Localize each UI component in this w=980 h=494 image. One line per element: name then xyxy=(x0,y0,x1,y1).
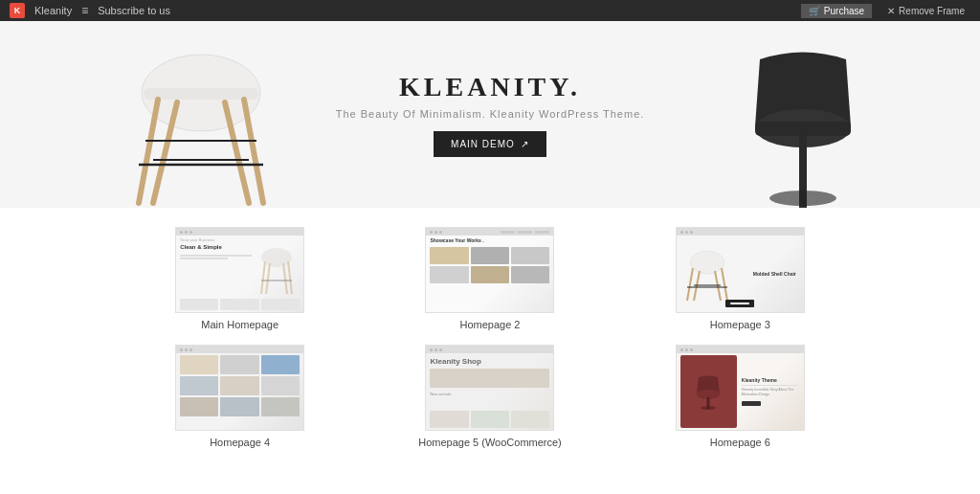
thumb-item-2[interactable]: Showcase Your Works . Homepage 2 xyxy=(374,227,605,330)
thumb-item-6[interactable]: Kleanity Theme Kleanity Incredible Story… xyxy=(625,345,856,448)
purchase-button[interactable]: 🛒 Purchase xyxy=(801,4,872,18)
svg-point-13 xyxy=(261,248,292,267)
thumb-label-5: Homepage 5 (WooCommerce) xyxy=(418,437,562,448)
thumb-label-3: Homepage 3 xyxy=(710,319,770,330)
svg-point-28 xyxy=(701,406,716,410)
topbar-left: K Kleanity ≡ Subscribe to us xyxy=(10,3,170,18)
svg-line-15 xyxy=(288,261,292,294)
svg-line-16 xyxy=(266,263,270,294)
thumb-item-4[interactable]: Homepage 4 xyxy=(124,345,355,448)
svg-line-17 xyxy=(283,263,287,294)
main-demo-button[interactable]: MAIN DEMO ↗ xyxy=(434,131,546,157)
svg-point-19 xyxy=(690,251,724,274)
topbar: K Kleanity ≡ Subscribe to us 🛒 Purchase … xyxy=(0,0,980,21)
thumb-img-1[interactable]: Grow your Business Clean & Simple xyxy=(175,227,304,313)
thumb-label-2: Homepage 2 xyxy=(459,319,520,330)
t5-arrival-text: New arrivals xyxy=(430,392,451,396)
thumb-item-3[interactable]: Molded Shell Chair Homepage 3 xyxy=(625,227,856,330)
thumb-img-3[interactable]: Molded Shell Chair xyxy=(676,227,805,313)
thumb-label-4: Homepage 4 xyxy=(210,437,270,448)
remove-frame-button[interactable]: ✕ Remove Frame xyxy=(881,4,970,18)
svg-line-14 xyxy=(261,261,265,294)
topbar-brand: Kleanity xyxy=(34,5,72,16)
t5-shop-name: Kleanity Shop xyxy=(430,357,480,366)
thumb-img-4[interactable] xyxy=(175,345,304,431)
thumb-img-2[interactable]: Showcase Your Works . xyxy=(425,227,554,313)
svg-line-21 xyxy=(722,268,727,301)
topbar-hamburger-icon[interactable]: ≡ xyxy=(81,4,88,17)
t3-product-name: Molded Shell Chair xyxy=(742,271,800,277)
hero-title: KLEANITY. xyxy=(336,72,645,102)
thumb-img-5[interactable]: Kleanity Shop New arrivals xyxy=(425,345,554,431)
t6-desc: Kleanity Incredible Story About The Mini… xyxy=(742,388,798,397)
svg-point-12 xyxy=(769,191,836,206)
hero-left-chair xyxy=(124,40,278,208)
svg-line-20 xyxy=(687,268,693,301)
cart-icon: 🛒 xyxy=(809,6,820,16)
thumb-img-6[interactable]: Kleanity Theme Kleanity Incredible Story… xyxy=(676,345,805,431)
topbar-subscribe-label[interactable]: Subscribe to us xyxy=(98,5,170,16)
topbar-right: 🛒 Purchase ✕ Remove Frame xyxy=(801,4,970,18)
thumb-item-1[interactable]: Grow your Business Clean & Simple xyxy=(124,227,355,330)
thumb-label-1: Main Homepage xyxy=(201,319,278,330)
hero-subtitle: The Beauty Of Minimalism. Kleanity WordP… xyxy=(336,108,645,120)
t6-theme-name: Kleanity Theme xyxy=(742,377,798,383)
thumbnails-grid: Grow your Business Clean & Simple xyxy=(0,208,980,467)
thumb-item-5[interactable]: Kleanity Shop New arrivals Homepage 5 (W… xyxy=(374,345,605,448)
main-content: KLEANITY. The Beauty Of Minimalism. Klea… xyxy=(0,21,980,494)
hero-section: KLEANITY. The Beauty Of Minimalism. Klea… xyxy=(0,21,980,208)
hero-right-chair xyxy=(741,40,865,208)
external-link-icon: ↗ xyxy=(521,139,529,149)
svg-rect-1 xyxy=(144,88,258,100)
hero-text-block: KLEANITY. The Beauty Of Minimalism. Klea… xyxy=(336,72,645,157)
thumb-label-6: Homepage 6 xyxy=(710,437,770,448)
topbar-logo: K xyxy=(10,3,25,18)
x-icon: ✕ xyxy=(887,6,895,16)
